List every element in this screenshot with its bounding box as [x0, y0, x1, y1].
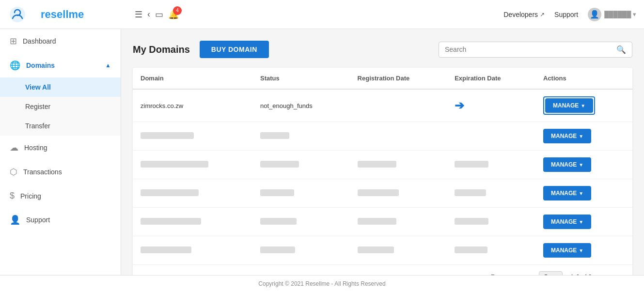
- blurred-reg-date: [358, 161, 396, 168]
- dashboard-icon: ⊞: [10, 36, 17, 46]
- expiration-date-cell: [447, 236, 535, 265]
- sidebar-item-transactions[interactable]: ⬡ Transactions: [0, 160, 121, 184]
- blurred-domain: [141, 132, 194, 139]
- sidebar-item-label: Hosting: [24, 144, 47, 152]
- registration-date-cell: [350, 122, 447, 151]
- column-header-domain: Domain: [133, 68, 252, 89]
- transactions-icon: ⬡: [10, 167, 17, 177]
- sidebar-item-domains[interactable]: 🌐 Domains ▲: [0, 53, 121, 77]
- table-row: MANAGE ▼: [133, 151, 632, 179]
- status-cell: [252, 236, 350, 265]
- support-link[interactable]: Support: [554, 11, 578, 18]
- nav-icons: ☰ ‹ ▭ 🔔 4: [135, 9, 179, 20]
- sidebar-subitem-label: Transfer: [25, 122, 50, 130]
- sidebar-subitem-label: View All: [25, 83, 51, 91]
- blurred-status: [260, 132, 289, 139]
- main-layout: ⊞ Dashboard 🌐 Domains ▲ View All Registe…: [0, 29, 644, 292]
- manage-button[interactable]: MANAGE ▼: [543, 129, 591, 143]
- manage-button[interactable]: MANAGE ▼: [543, 215, 591, 229]
- domain-cell: [133, 236, 252, 265]
- domain-cell: zimrocks.co.zw: [133, 89, 252, 122]
- blurred-reg-date: [358, 189, 399, 196]
- page-header: My Domains BUY DOMAIN 🔍: [133, 41, 632, 58]
- blurred-reg-date: [358, 218, 396, 225]
- sidebar-subitem-transfer[interactable]: Transfer: [0, 116, 121, 136]
- chevron-down-icon: ▼: [579, 248, 583, 253]
- blurred-status: [260, 189, 294, 196]
- table-wrapper: Domain Status Registration Date Expirati…: [133, 68, 632, 264]
- table-row: MANAGE ▼: [133, 208, 632, 236]
- sidebar-item-label: Dashboard: [23, 37, 56, 45]
- chevron-down-icon: ▼: [579, 162, 583, 168]
- blurred-exp-date: [455, 161, 488, 168]
- chevron-down-icon: ▼: [579, 191, 583, 196]
- expiration-date-cell: [447, 122, 535, 151]
- chevron-up-icon: ▲: [105, 62, 111, 69]
- column-header-actions: Actions: [535, 68, 632, 89]
- sidebar-item-pricing[interactable]: $ Pricing: [0, 184, 121, 208]
- blurred-status: [260, 218, 297, 225]
- expiration-date-cell: ➔: [447, 89, 535, 122]
- blurred-domain: [141, 246, 191, 253]
- actions-cell: MANAGE ▼: [535, 151, 632, 179]
- manage-button[interactable]: MANAGE ▼: [543, 157, 591, 172]
- column-header-status: Status: [252, 68, 350, 89]
- column-header-registration-date: Registration Date: [350, 68, 447, 89]
- footer: Copyright © 2021 Resellme - All Rights R…: [0, 275, 644, 292]
- table-header-row: Domain Status Registration Date Expirati…: [133, 68, 632, 89]
- table-row: MANAGE ▼: [133, 122, 632, 151]
- sidebar-subitem-view-all[interactable]: View All: [0, 77, 121, 97]
- domain-cell: [133, 208, 252, 236]
- back-button[interactable]: ‹: [147, 9, 150, 19]
- sidebar-item-dashboard[interactable]: ⊞ Dashboard: [0, 29, 121, 53]
- logo: resellme: [41, 8, 84, 21]
- highlighted-manage-wrapper: MANAGE ▼: [543, 96, 595, 115]
- actions-cell: MANAGE ▼: [535, 89, 632, 122]
- hamburger-menu-button[interactable]: ☰: [135, 9, 142, 20]
- manage-button-highlighted[interactable]: MANAGE ▼: [545, 98, 593, 113]
- sidebar-subitem-register[interactable]: Register: [0, 97, 121, 116]
- top-nav-right: Developers ↗ Support 👤 ██████ ▾: [503, 8, 636, 21]
- logo-icon: [8, 5, 27, 24]
- sidebar-item-hosting[interactable]: ☁ Hosting: [0, 136, 121, 160]
- sidebar-item-label: Support: [26, 216, 50, 224]
- chevron-down-icon: ▼: [579, 219, 583, 225]
- registration-date-cell: [350, 236, 447, 265]
- notification-badge[interactable]: 🔔 4: [168, 9, 179, 20]
- manage-button[interactable]: MANAGE ▼: [543, 186, 591, 200]
- actions-cell: MANAGE ▼: [535, 122, 632, 151]
- user-avatar: 👤: [588, 8, 601, 21]
- external-link-icon: ↗: [540, 11, 545, 18]
- blurred-status: [260, 161, 299, 168]
- blurred-status: [260, 246, 295, 253]
- layout-button[interactable]: ▭: [155, 9, 163, 20]
- footer-text: Copyright © 2021 Resellme - All Rights R…: [258, 280, 385, 287]
- logo-area: resellme: [8, 5, 129, 24]
- support-icon: 👤: [10, 215, 20, 225]
- blurred-domain: [141, 218, 201, 225]
- user-menu[interactable]: 👤 ██████ ▾: [588, 8, 636, 21]
- sidebar-item-support[interactable]: 👤 Support: [0, 208, 121, 232]
- domain-cell: [133, 179, 252, 208]
- sidebar-item-label: Transactions: [23, 168, 62, 176]
- sidebar-item-label: Domains: [26, 61, 55, 69]
- sidebar-subitem-label: Register: [25, 103, 50, 110]
- top-navigation: resellme ☰ ‹ ▭ 🔔 4 Developers ↗ Support …: [0, 0, 644, 29]
- developers-link[interactable]: Developers ↗: [503, 11, 545, 18]
- arrow-annotation: ➔: [455, 99, 464, 112]
- search-input[interactable]: [445, 46, 616, 53]
- registration-date-cell: [350, 208, 447, 236]
- domains-submenu: View All Register Transfer: [0, 77, 121, 136]
- blurred-exp-date: [455, 246, 487, 253]
- logo-text: resellme: [41, 8, 84, 21]
- blurred-exp-date: [455, 218, 488, 225]
- search-icon: 🔍: [616, 45, 626, 54]
- status-cell: [252, 122, 350, 151]
- expiration-date-cell: [447, 179, 535, 208]
- actions-cell: MANAGE ▼: [535, 208, 632, 236]
- buy-domain-button[interactable]: BUY DOMAIN: [200, 41, 269, 58]
- expiration-date-cell: [447, 208, 535, 236]
- actions-cell: MANAGE ▼: [535, 179, 632, 208]
- manage-button[interactable]: MANAGE ▼: [543, 243, 591, 258]
- table-row: zimrocks.co.zw not_enough_funds ➔: [133, 89, 632, 122]
